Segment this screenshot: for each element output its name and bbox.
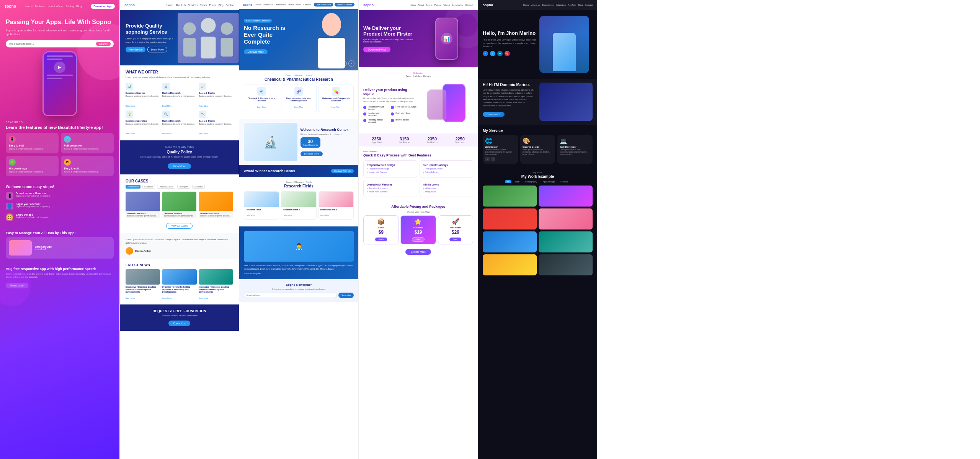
nav-home[interactable]: Home bbox=[25, 5, 33, 8]
p3-nav-news[interactable]: News bbox=[296, 3, 301, 6]
work-item-5[interactable] bbox=[483, 231, 537, 252]
offer-link-6[interactable]: Read More bbox=[199, 132, 208, 135]
p4-nav-about[interactable]: About bbox=[418, 4, 424, 6]
cases-tab-architecture[interactable]: Architecture bbox=[126, 185, 140, 189]
p4-nav-contact[interactable]: Contact bbox=[465, 4, 473, 6]
p2-nav-about[interactable]: About Us bbox=[175, 4, 186, 7]
nav-features[interactable]: Features bbox=[35, 5, 46, 8]
p5-nav-home[interactable]: Home bbox=[523, 4, 529, 6]
cases-tab-transport[interactable]: Transport bbox=[177, 185, 190, 189]
field-link-3[interactable]: Learn More bbox=[332, 106, 340, 108]
newsletter-email-input[interactable] bbox=[244, 293, 337, 298]
hero-download-button[interactable]: Download Now bbox=[363, 47, 390, 52]
facebook-icon[interactable]: f bbox=[483, 51, 488, 56]
work-item-1[interactable] bbox=[483, 186, 537, 207]
pricing-select-basic[interactable]: Select bbox=[375, 238, 387, 241]
next-arrow[interactable]: › bbox=[348, 60, 354, 67]
rf-learn-2[interactable]: Learn More bbox=[283, 215, 292, 216]
new-service-button[interactable]: New Service bbox=[126, 47, 145, 52]
p4-nav-home[interactable]: Home bbox=[410, 4, 416, 6]
nav-pricing[interactable]: Pricing bbox=[66, 5, 74, 8]
pricing-select-unlimited[interactable]: Select bbox=[449, 238, 461, 241]
cases-tab-chemical[interactable]: Chemical bbox=[192, 185, 205, 189]
discover-more-button[interactable]: Discover More bbox=[244, 49, 268, 54]
news-read-more-1[interactable]: Read More bbox=[126, 297, 135, 299]
p2-nav-prices[interactable]: Prices bbox=[209, 4, 216, 7]
news-read-more-2[interactable]: Read More bbox=[162, 297, 172, 299]
offer-link-5[interactable]: Read More bbox=[162, 132, 172, 135]
field-link-1[interactable]: Learn More bbox=[257, 106, 266, 108]
p5-nav-portfolio[interactable]: Portfolio bbox=[568, 4, 576, 6]
learn-more-button[interactable]: Learn More bbox=[147, 47, 167, 52]
offer-icon-5: 🔍 bbox=[162, 111, 170, 118]
nav-how[interactable]: How it Works bbox=[48, 5, 64, 8]
p2-nav-services[interactable]: Services bbox=[188, 4, 198, 7]
quality-view-more-button[interactable]: View More bbox=[168, 163, 191, 169]
service-social-2[interactable]: f bbox=[491, 157, 495, 161]
prev-arrow[interactable]: ‹ bbox=[341, 60, 347, 67]
filter-photo[interactable]: Photography bbox=[523, 180, 539, 183]
download-app-button[interactable]: Download App bbox=[91, 4, 115, 9]
offer-link-2[interactable]: Read More bbox=[162, 105, 172, 107]
p3-nav-contact[interactable]: Contact bbox=[303, 3, 311, 6]
download-cv-button[interactable]: Download CV bbox=[483, 112, 505, 117]
newsletter-subscribe-button[interactable]: Subscribe bbox=[338, 293, 354, 298]
p4-nav-pricing[interactable]: Pricing bbox=[443, 4, 450, 6]
p3-nav-home[interactable]: Home bbox=[255, 3, 261, 6]
pricing-select-standard[interactable]: Select bbox=[412, 237, 425, 242]
cases-tab-property[interactable]: Property & Bus. bbox=[157, 185, 176, 189]
work-img-8 bbox=[539, 254, 593, 275]
welcome-discover-button[interactable]: Discover More bbox=[301, 151, 323, 156]
linkedin-icon[interactable]: in bbox=[497, 51, 503, 56]
filter-creative[interactable]: Creative bbox=[559, 180, 570, 183]
cases-tab-business[interactable]: Business bbox=[142, 185, 155, 189]
p2-nav-blog[interactable]: Blog bbox=[219, 4, 224, 7]
search-button[interactable]: Search bbox=[96, 42, 111, 46]
p3-nav-professors[interactable]: Professors bbox=[275, 3, 286, 6]
join-research-button[interactable]: Join Research bbox=[314, 3, 333, 7]
future-frontier-button[interactable]: Future Frontier bbox=[335, 3, 354, 7]
p2-nav-cases[interactable]: Cases bbox=[200, 4, 207, 7]
best-check-5: ✓ Friendly online support bbox=[367, 187, 414, 190]
search-bar[interactable]: Search bbox=[6, 40, 114, 47]
filter-apps[interactable]: Apps Design bbox=[541, 180, 557, 183]
p2-nav-contact[interactable]: Contact bbox=[226, 4, 234, 7]
twitter-icon[interactable]: t bbox=[490, 51, 495, 56]
p5-nav-about[interactable]: About us bbox=[531, 4, 541, 6]
p5-nav-exp[interactable]: Experience bbox=[542, 4, 554, 6]
filter-all[interactable]: All bbox=[505, 180, 511, 183]
p5-nav-edu[interactable]: Education bbox=[556, 4, 566, 6]
instagram-icon[interactable]: ig bbox=[505, 51, 510, 56]
work-item-4[interactable] bbox=[539, 208, 593, 230]
work-item-6[interactable] bbox=[539, 231, 593, 252]
award-contact-button[interactable]: Contact With Us bbox=[331, 169, 354, 173]
p3-nav-research[interactable]: Research bbox=[263, 3, 273, 6]
rf-learn-3[interactable]: Learn More bbox=[320, 215, 329, 216]
phone-play-button[interactable] bbox=[54, 62, 65, 73]
step-title-1: Download as a Free trial bbox=[16, 192, 51, 195]
field-link-2[interactable]: Learn More bbox=[294, 106, 303, 108]
offer-link-1[interactable]: Read More bbox=[126, 105, 135, 107]
explore-more-button[interactable]: Explore More bbox=[405, 249, 431, 255]
view-all-button[interactable]: View All Cases bbox=[166, 223, 193, 229]
news-read-more-3[interactable]: Read More bbox=[199, 297, 208, 299]
p2-nav-home[interactable]: Home bbox=[167, 4, 173, 7]
work-item-3[interactable] bbox=[483, 208, 537, 230]
p3-nav-about[interactable]: About bbox=[287, 3, 294, 6]
search-input[interactable] bbox=[9, 42, 95, 45]
nav-blog[interactable]: Blog bbox=[76, 5, 82, 8]
p4-nav-pages[interactable]: Pages bbox=[434, 4, 441, 6]
filter-web[interactable]: Web bbox=[513, 180, 521, 183]
p5-nav-blog[interactable]: Blog bbox=[578, 4, 583, 6]
work-item-2[interactable] bbox=[539, 186, 593, 207]
work-item-8[interactable] bbox=[539, 254, 593, 275]
contact-button[interactable]: Contact Us bbox=[168, 321, 190, 326]
service-social-1[interactable]: t bbox=[485, 157, 490, 161]
offer-link-4[interactable]: Read More bbox=[126, 132, 135, 135]
p4-nav-sopno[interactable]: Sopno bbox=[426, 4, 432, 6]
rf-learn-1[interactable]: Learn More bbox=[246, 215, 255, 216]
p4-nav-community[interactable]: Community bbox=[452, 4, 463, 6]
offer-link-3[interactable]: Read More bbox=[199, 105, 208, 107]
p5-nav-contact[interactable]: Contact bbox=[585, 4, 593, 6]
work-item-7[interactable] bbox=[483, 254, 537, 275]
